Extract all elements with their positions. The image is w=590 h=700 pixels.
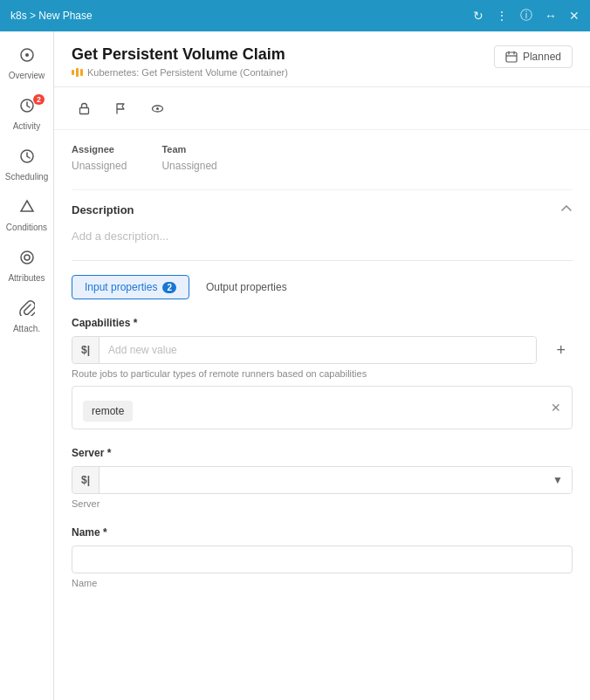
- page-subtitle: Kubernetes: Get Persistent Volume (Conta…: [72, 67, 288, 78]
- capabilities-add-button[interactable]: +: [549, 338, 573, 363]
- svg-point-5: [21, 251, 33, 264]
- form-section: Assignee Unassigned Team Unassigned Desc…: [54, 130, 590, 700]
- chevron-up-icon: [560, 202, 573, 215]
- activity-badge: 2: [33, 94, 45, 105]
- planned-button[interactable]: Planned: [494, 45, 573, 68]
- sidebar-item-label: Attributes: [8, 273, 45, 283]
- sidebar-item-overview[interactable]: Overview: [0, 38, 53, 89]
- description-section: Description Add a description...: [72, 189, 573, 246]
- info-icon[interactable]: ⓘ: [520, 8, 532, 24]
- description-collapse-button[interactable]: [560, 202, 573, 217]
- capabilities-prefix: $|: [72, 337, 99, 363]
- sidebar-item-scheduling[interactable]: Scheduling: [0, 140, 53, 190]
- description-title: Description: [72, 203, 134, 216]
- name-hint: Name: [72, 578, 573, 588]
- sidebar-item-label: Activity: [13, 121, 41, 131]
- capability-tag: remote: [83, 401, 133, 422]
- tabs-section: Input properties 2 Output properties Cap…: [72, 260, 573, 588]
- tab-output-properties[interactable]: Output properties: [193, 275, 300, 299]
- activity-icon: [19, 98, 35, 118]
- team-value: Unassigned: [161, 160, 216, 172]
- server-select[interactable]: [99, 467, 544, 493]
- capabilities-label: Capabilities *: [72, 317, 573, 329]
- assignee-row: Assignee Unassigned Team Unassigned: [72, 144, 573, 172]
- capabilities-input-row: $|: [72, 336, 537, 364]
- flag-icon: [114, 102, 127, 115]
- more-icon[interactable]: ⋮: [496, 9, 508, 23]
- scheduling-icon: [19, 148, 35, 168]
- svg-marker-4: [21, 201, 33, 211]
- assignee-label: Assignee: [72, 144, 127, 154]
- sidebar-item-label: Conditions: [6, 223, 47, 232]
- capability-tag-row: remote ✕: [72, 386, 573, 429]
- capability-remove-button[interactable]: ✕: [551, 401, 561, 414]
- breadcrumb: k8s > New Phase: [10, 10, 93, 22]
- capabilities-group: Capabilities * $| + Route jobs to partic…: [72, 317, 573, 429]
- sidebar-item-label: Overview: [9, 71, 45, 80]
- svg-point-6: [24, 255, 30, 260]
- assignee-group: Assignee Unassigned: [72, 144, 127, 172]
- sidebar-item-activity[interactable]: 2 Activity: [0, 89, 53, 140]
- main-content: Get Persistent Volume Claim Kubernetes: …: [54, 31, 590, 700]
- capabilities-input[interactable]: [99, 337, 536, 363]
- tab-input-properties[interactable]: Input properties 2: [72, 275, 189, 299]
- capabilities-hint: Route jobs to particular types of remote…: [72, 368, 573, 379]
- page-title: Get Persistent Volume Claim: [72, 45, 288, 64]
- expand-icon[interactable]: ↔: [545, 9, 557, 23]
- tab-input-badge: 2: [162, 282, 176, 293]
- description-placeholder[interactable]: Add a description...: [72, 226, 573, 246]
- svg-point-13: [156, 107, 159, 110]
- team-group: Team Unassigned: [161, 144, 216, 172]
- sidebar: Overview 2 Activity Scheduling: [0, 31, 54, 700]
- capability-tag-value: remote: [92, 405, 124, 417]
- sidebar-item-attach[interactable]: Attach.: [0, 292, 53, 342]
- refresh-icon[interactable]: ↻: [473, 9, 484, 23]
- team-label: Team: [161, 144, 216, 154]
- svg-point-1: [25, 53, 29, 57]
- select-chevron-icon: ▼: [544, 467, 572, 493]
- name-group: Name * Name: [72, 526, 573, 588]
- name-label: Name *: [72, 526, 573, 539]
- server-group: Server * $| ▼ Server: [72, 447, 573, 509]
- sidebar-item-label: Attach.: [13, 324, 40, 333]
- page-header: Get Persistent Volume Claim Kubernetes: …: [54, 31, 590, 87]
- planned-label: Planned: [523, 51, 561, 63]
- calendar-icon: [505, 51, 518, 63]
- tab-output-label: Output properties: [206, 281, 287, 293]
- name-input[interactable]: [72, 546, 573, 573]
- svg-rect-7: [506, 52, 517, 62]
- sidebar-item-label: Scheduling: [5, 172, 48, 182]
- assignee-value: Unassigned: [72, 160, 127, 172]
- subtitle-text: Kubernetes: Get Persistent Volume (Conta…: [87, 67, 288, 78]
- lock-icon: [78, 102, 91, 115]
- sidebar-item-conditions[interactable]: Conditions: [0, 190, 53, 241]
- conditions-icon: [19, 199, 35, 219]
- sidebar-item-attributes[interactable]: Attributes: [0, 241, 53, 292]
- lock-button[interactable]: [72, 96, 96, 120]
- server-prefix: $|: [72, 467, 99, 493]
- eye-icon: [151, 102, 164, 115]
- subtitle-bars-icon: [72, 68, 83, 77]
- attributes-icon: [19, 250, 35, 270]
- attach-icon: [19, 300, 35, 320]
- tab-input-label: Input properties: [85, 281, 157, 293]
- flag-button[interactable]: [108, 96, 133, 120]
- server-label: Server *: [72, 447, 573, 459]
- server-hint: Server: [72, 498, 573, 509]
- description-header: Description: [72, 202, 573, 217]
- svg-rect-11: [79, 107, 88, 113]
- top-bar: k8s > New Phase ↻ ⋮ ⓘ ↔ ✕: [0, 0, 590, 31]
- close-icon[interactable]: ✕: [569, 9, 580, 23]
- overview-icon: [19, 47, 35, 67]
- tabs-row: Input properties 2 Output properties: [72, 275, 573, 299]
- eye-button[interactable]: [145, 96, 169, 120]
- server-input-row: $| ▼: [72, 466, 573, 494]
- icon-bar: [54, 87, 590, 130]
